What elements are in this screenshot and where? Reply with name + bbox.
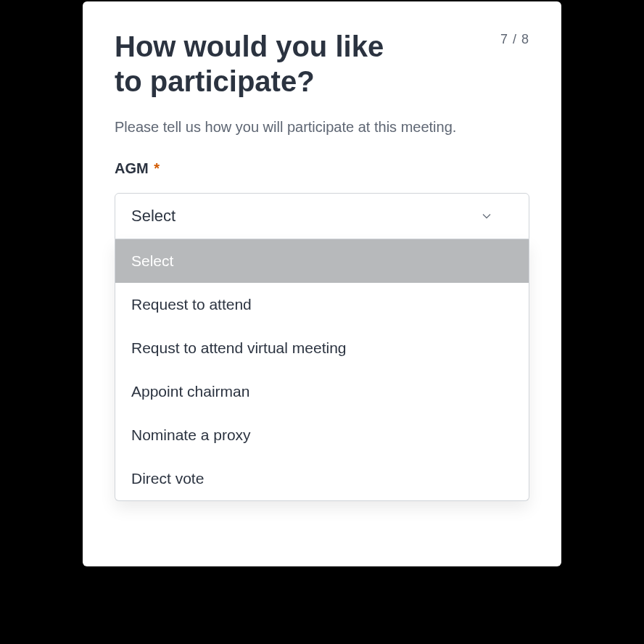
field-label-agm: AGM * <box>115 160 529 177</box>
select-option[interactable]: Nominate a proxy <box>115 413 529 457</box>
required-asterisk: * <box>154 160 160 176</box>
select-value: Select <box>131 207 176 226</box>
select-dropdown: Select Request to attend Requst to atten… <box>115 239 529 501</box>
page-subtitle: Please tell us how you will participate … <box>115 119 529 136</box>
page-title: How would you like to participate? <box>115 29 384 99</box>
select-option[interactable]: Direct vote <box>115 457 529 500</box>
chevron-down-icon <box>479 209 494 223</box>
form-card: How would you like to participate? 7 / 8… <box>83 1 561 566</box>
select-option[interactable]: Request to attend <box>115 283 529 326</box>
participation-select: Select Select Request to attend Requst t… <box>115 193 529 501</box>
select-option[interactable]: Select <box>115 239 529 283</box>
select-option[interactable]: Requst to attend virtual meeting <box>115 326 529 370</box>
select-option[interactable]: Appoint chairman <box>115 370 529 413</box>
form-header: How would you like to participate? 7 / 8 <box>115 29 529 99</box>
field-label-text: AGM <box>115 160 149 176</box>
step-indicator: 7 / 8 <box>500 29 529 47</box>
select-control[interactable]: Select <box>115 193 529 239</box>
